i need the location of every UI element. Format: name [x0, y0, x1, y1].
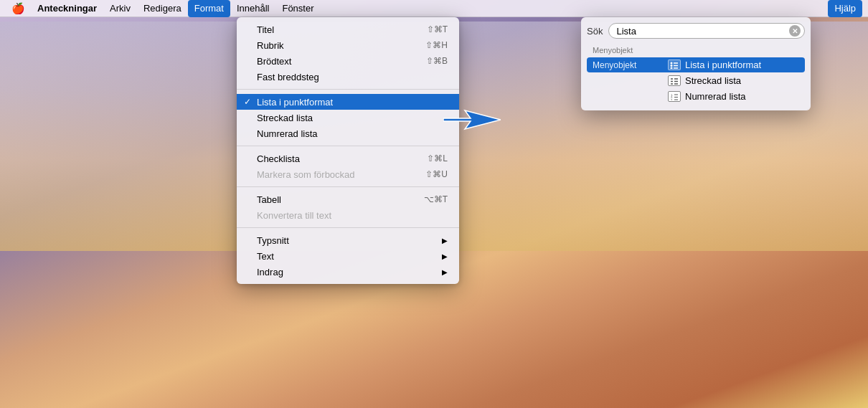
svg-point-5	[671, 67, 673, 69]
menu-item-indrag-label: Indrag	[257, 267, 283, 277]
menubar-fonster[interactable]: Fönster	[275, 0, 320, 17]
search-input[interactable]	[608, 23, 805, 39]
result-row-1-category: Menyobjekt	[587, 58, 662, 72]
menubar-anteckningar[interactable]: Anteckningar	[31, 0, 103, 17]
col-header-category: Menyobjekt	[587, 44, 662, 56]
menu-item-streckad-lista-label: Streckad lista	[257, 113, 313, 123]
help-search-popup: Sök ✕ Menyobjekt Menyobjekt Lista i	[581, 17, 811, 110]
menu-item-checklista-shortcut: ⇧⌘L	[427, 153, 448, 163]
menu-section-1: Titel ⇧⌘T Rubrik ⇧⌘H Brödtext ⇧⌘B Fast b…	[237, 20, 459, 86]
menu-item-brodtext-shortcut: ⇧⌘B	[426, 56, 448, 66]
menu-item-lista-punktformat-label: Lista i punktformat	[257, 97, 333, 108]
menu-section-3: Checklista ⇧⌘L Markera som förbockad ⇧⌘U	[237, 149, 459, 184]
result-label-1: Lista i punktformat	[685, 60, 761, 70]
menu-separator-3	[237, 186, 459, 187]
result-row-3-category	[587, 95, 662, 99]
svg-marker-0	[443, 110, 501, 129]
submenu-arrow-indrag: ▶	[442, 268, 448, 276]
menu-item-brodtext[interactable]: Brödtext ⇧⌘B	[237, 53, 459, 69]
menu-item-rubrik-label: Rubrik	[257, 40, 284, 51]
svg-point-1	[671, 62, 673, 64]
menu-item-text[interactable]: Text ▶	[237, 248, 459, 264]
menu-item-markera-forbockad-shortcut: ⇧⌘U	[425, 169, 448, 179]
result-row-2-item: Streckad lista	[662, 73, 805, 88]
menu-item-checklista-label: Checklista	[257, 153, 300, 164]
result-row-3[interactable]: 1. 2. 3. Numrerad lista	[587, 89, 805, 104]
menu-separator-4	[237, 227, 459, 228]
format-dropdown-menu: Titel ⇧⌘T Rubrik ⇧⌘H Brödtext ⇧⌘B Fast b…	[237, 17, 459, 284]
result-icon-3: 1. 2. 3.	[668, 91, 681, 102]
menu-item-lista-punktformat[interactable]: ✓ Lista i punktformat	[237, 94, 459, 110]
blue-arrow-indicator	[443, 109, 501, 133]
menu-item-titel[interactable]: Titel ⇧⌘T	[237, 22, 459, 37]
checkmark-icon: ✓	[244, 97, 251, 107]
result-icon-2	[668, 75, 681, 86]
search-clear-button[interactable]: ✕	[789, 25, 801, 37]
menu-item-text-label: Text	[257, 251, 274, 262]
menu-section-5: Typsnitt ▶ Text ▶ Indrag ▶	[237, 231, 459, 281]
result-row-1[interactable]: Menyobjekt Lista i punktformat	[587, 57, 805, 72]
result-label-3: Numrerad lista	[685, 91, 746, 102]
menu-separator-2	[237, 146, 459, 146]
menu-item-fast-breddsteg-label: Fast breddsteg	[257, 72, 319, 82]
menu-item-konvertera: Konvertera till text	[237, 207, 459, 223]
menubar-redigera[interactable]: Redigera	[137, 0, 188, 17]
menu-section-4: Tabell ⌥⌘T Konvertera till text	[237, 190, 459, 224]
svg-text:3.: 3.	[671, 98, 673, 100]
menu-item-titel-shortcut: ⇧⌘T	[427, 24, 448, 34]
menu-item-tabell-shortcut: ⌥⌘T	[424, 194, 448, 204]
menu-item-tabell-label: Tabell	[257, 194, 281, 205]
result-row-1-item: Lista i punktformat	[662, 57, 805, 72]
menu-item-markera-forbockad: Markera som förbockad ⇧⌘U	[237, 166, 459, 182]
menubar-format[interactable]: Format	[188, 0, 230, 17]
menu-item-tabell[interactable]: Tabell ⌥⌘T	[237, 191, 459, 207]
menu-item-fast-breddsteg[interactable]: Fast breddsteg	[237, 69, 459, 85]
search-row: Sök ✕	[587, 23, 805, 39]
result-row-2-category	[587, 79, 662, 83]
menu-section-2: ✓ Lista i punktformat Streckad lista Num…	[237, 92, 459, 143]
col-header-item	[662, 44, 805, 56]
menu-item-brodtext-label: Brödtext	[257, 56, 291, 67]
menu-item-markera-forbockad-label: Markera som förbockad	[257, 169, 355, 180]
menubar: 🍎 Anteckningar Arkiv Redigera Format Inn…	[0, 0, 868, 17]
menubar-hjalp[interactable]: Hjälp	[828, 0, 862, 17]
result-label-2: Streckad lista	[685, 75, 741, 86]
svg-point-3	[671, 65, 673, 67]
menu-item-streckad-lista[interactable]: Streckad lista	[237, 110, 459, 125]
submenu-arrow-typsnitt: ▶	[442, 237, 448, 245]
menubar-arkiv[interactable]: Arkiv	[103, 0, 137, 17]
menu-item-checklista[interactable]: Checklista ⇧⌘L	[237, 151, 459, 166]
menu-item-numrerad-lista-label: Numrerad lista	[257, 128, 318, 139]
menu-item-indrag[interactable]: Indrag ▶	[237, 264, 459, 280]
submenu-arrow-text: ▶	[442, 252, 448, 260]
result-icon-1	[668, 60, 681, 70]
apple-menu[interactable]: 🍎	[6, 0, 31, 17]
search-label: Sök	[587, 26, 603, 37]
menu-item-rubrik[interactable]: Rubrik ⇧⌘H	[237, 37, 459, 53]
result-row-3-item: 1. 2. 3. Numrerad lista	[662, 89, 805, 104]
menu-item-typsnitt-label: Typsnitt	[257, 235, 289, 246]
search-input-container: ✕	[608, 23, 805, 39]
menubar-innehall[interactable]: Innehåll	[230, 0, 276, 17]
menu-separator-1	[237, 89, 459, 90]
menu-item-titel-label: Titel	[257, 24, 274, 35]
menu-item-rubrik-shortcut: ⇧⌘H	[425, 40, 448, 50]
menu-item-typsnitt[interactable]: Typsnitt ▶	[237, 232, 459, 248]
result-row-2[interactable]: Streckad lista	[587, 73, 805, 88]
results-header: Menyobjekt	[587, 44, 805, 57]
menu-item-numrerad-lista[interactable]: Numrerad lista	[237, 125, 459, 141]
menu-item-konvertera-label: Konvertera till text	[257, 210, 331, 221]
